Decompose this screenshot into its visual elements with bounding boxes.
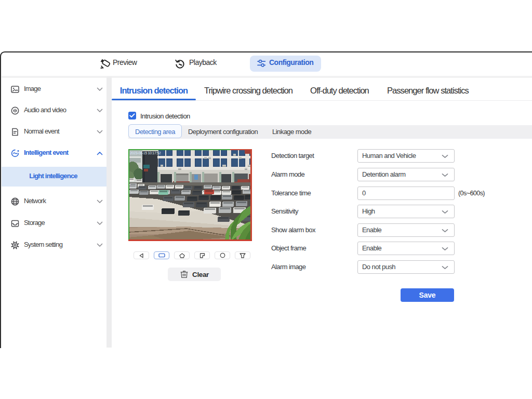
svg-text:2023-06-15 10:17:52: 2023-06-15 10:17:52 [130, 151, 161, 155]
